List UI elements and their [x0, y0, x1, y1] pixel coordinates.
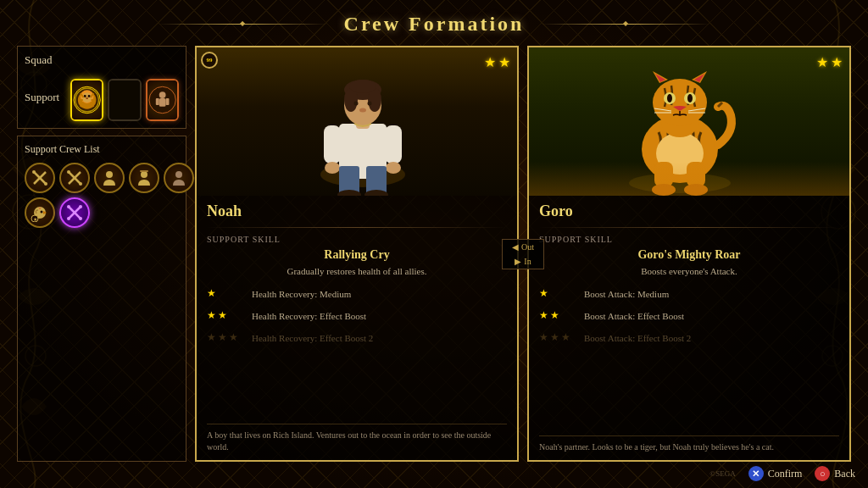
noah-star-rating: ★ ★	[484, 54, 510, 70]
svg-rect-17	[156, 98, 159, 105]
svg-point-40	[67, 217, 70, 220]
back-button[interactable]: ○ Back	[815, 466, 855, 481]
noah-skill-label: Support Skill	[207, 235, 507, 244]
goro-description: Noah's partner. Looks to be a tiger, but…	[539, 435, 839, 453]
left-panel: Squad Support	[17, 46, 186, 462]
noah-star-1: ★	[484, 54, 496, 70]
content-row: Squad Support	[17, 46, 851, 462]
noah-card: ★ ★ 99	[195, 46, 519, 462]
svg-rect-16	[159, 98, 165, 107]
noah-info: Noah Support Skill Rallying Cry Graduall…	[197, 196, 517, 460]
goro-stat-2-stars: ★ ★	[539, 309, 577, 322]
squad-support-section: Squad Support	[17, 46, 186, 129]
noah-stat-1-text: Health Recovery: Medium	[252, 289, 351, 299]
noah-portrait: ★ ★ 99	[197, 47, 517, 196]
crew-icon-2[interactable]	[59, 163, 90, 193]
noah-s1-star1: ★	[207, 287, 216, 300]
noah-stat-1-stars: ★	[207, 287, 245, 300]
svg-point-30	[175, 171, 182, 178]
crew-icon-3[interactable]	[94, 163, 125, 193]
goro-stat-2: ★ ★ Boost Attack: Effect Boost	[539, 307, 839, 324]
svg-point-38	[79, 217, 82, 220]
noah-s3-star2: ★	[218, 331, 227, 344]
noah-s3-star3: ★	[229, 331, 238, 344]
warrior-slot-icon	[147, 85, 177, 115]
goro-skill-name: Goro's Mighty Roar	[539, 248, 839, 262]
svg-point-51	[359, 108, 366, 113]
support-row: Support	[25, 79, 179, 121]
goro-skill-label: Support Skill	[539, 235, 839, 244]
squad-row: Squad	[25, 53, 179, 72]
confirm-label: Confirm	[768, 468, 803, 480]
crew-icon-1[interactable]	[25, 163, 55, 193]
confirm-button[interactable]: ✕ Confirm	[748, 466, 803, 481]
svg-point-37	[67, 205, 70, 208]
goro-s2-star2: ★	[550, 309, 559, 322]
noah-stat-1: ★ Health Recovery: Medium	[207, 285, 507, 302]
svg-point-26	[79, 182, 82, 186]
swap-in-btn[interactable]: ▶ In	[502, 254, 544, 269]
crew-icon-7[interactable]	[59, 197, 90, 228]
noah-skill-name: Rallying Cry	[207, 248, 507, 262]
goro-glow	[529, 162, 849, 196]
swap-out-btn[interactable]: ◀ Out	[502, 239, 544, 254]
noah-stat-2: ★ ★ Health Recovery: Effect Boost	[207, 307, 507, 324]
support-slot-empty[interactable]	[108, 79, 141, 121]
goro-stat-1-stars: ★	[539, 287, 577, 300]
goro-s2-star1: ★	[539, 309, 548, 322]
confirm-x-icon: ✕	[748, 466, 764, 481]
crew-icon-6[interactable]: ★	[25, 197, 55, 228]
goro-info: Goro Support Skill Goro's Mighty Roar Bo…	[529, 196, 849, 460]
crew-4-person-icon	[135, 169, 153, 187]
svg-point-28	[141, 171, 147, 178]
svg-text:★: ★	[33, 217, 37, 222]
noah-rank-badge: 99	[201, 52, 218, 69]
swap-arrows: ◀ Out ▶ In	[502, 239, 544, 269]
bottom-bar: ©SEGA ✕ Confirm ○ Back	[709, 466, 855, 481]
goro-stat-1: ★ Boost Attack: Medium	[539, 285, 839, 302]
svg-point-55	[386, 162, 401, 174]
noah-star-2: ★	[498, 54, 510, 70]
svg-point-25	[67, 170, 70, 174]
swap-out-label: Out	[521, 242, 534, 252]
back-label: Back	[834, 468, 855, 480]
swap-in-label: In	[524, 257, 531, 266]
swap-out-arrow: ◀	[512, 242, 519, 252]
goro-s1-star1: ★	[539, 287, 548, 300]
svg-point-32	[41, 211, 43, 214]
goro-s3-star1: ★	[539, 331, 548, 344]
goro-name: Goro	[539, 202, 839, 220]
crew-1-swords-icon	[31, 169, 49, 187]
svg-rect-53	[385, 125, 402, 164]
svg-point-49	[354, 102, 359, 106]
crew-list-panel: Support Crew List	[17, 136, 186, 462]
svg-rect-29	[140, 170, 148, 172]
main-container: Crew Formation Squad Support	[0, 0, 868, 488]
noah-stat-3-stars: ★ ★ ★	[207, 331, 245, 344]
crew-list-title: Support Crew List	[25, 143, 179, 156]
noah-s3-star1: ★	[207, 331, 216, 344]
svg-point-48	[349, 80, 376, 93]
crew-2-swords-icon	[65, 169, 84, 187]
svg-point-54	[325, 162, 340, 174]
svg-point-39	[79, 205, 82, 208]
noah-divider	[207, 227, 507, 228]
svg-point-50	[368, 102, 372, 106]
crew-grid: ★	[25, 163, 179, 228]
title-divider-left	[158, 24, 327, 25]
noah-stat-3: ★ ★ ★ Health Recovery: Effect Boost 2	[207, 329, 507, 347]
goro-skill-desc: Boosts everyone's Attack.	[539, 266, 839, 276]
support-slot-3[interactable]	[146, 79, 179, 121]
crew-icon-4[interactable]	[129, 163, 159, 193]
svg-rect-52	[324, 125, 341, 164]
support-slot-1[interactable]	[70, 79, 103, 121]
goro-stat-3-text: Boost Attack: Effect Boost 2	[584, 333, 691, 343]
noah-description: A boy that lives on Rich Island. Venture…	[207, 424, 507, 453]
support-slot-empty-inner	[109, 80, 139, 119]
support-label: Support	[25, 91, 59, 104]
goro-star-rating: ★ ★	[816, 54, 843, 70]
crew-icon-5[interactable]	[164, 163, 194, 193]
svg-rect-18	[165, 98, 169, 105]
svg-point-27	[106, 171, 113, 178]
goro-stat-2-text: Boost Attack: Effect Boost	[584, 311, 684, 321]
